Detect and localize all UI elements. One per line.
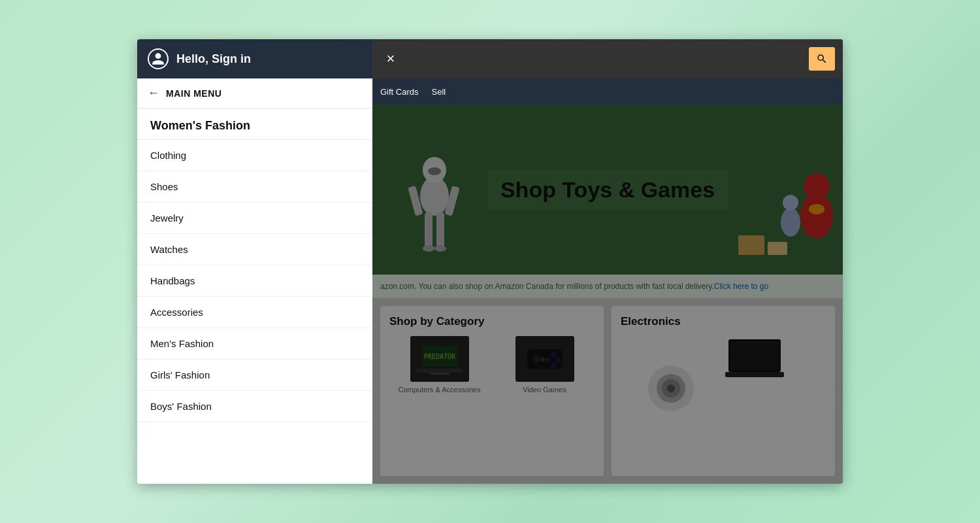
menu-item-clothing[interactable]: Clothing	[137, 140, 372, 171]
menu-item-mens-fashion[interactable]: Men's Fashion	[137, 328, 372, 360]
search-button[interactable]	[809, 47, 835, 71]
back-arrow-icon[interactable]: ←	[148, 86, 159, 100]
main-menu-label: MAIN MENU	[166, 88, 221, 99]
signin-text: Hello, Sign in	[176, 52, 251, 66]
menu-item-girls-fashion[interactable]: Girls' Fashion	[137, 360, 372, 391]
nav-gift-cards[interactable]: Gift Cards	[380, 87, 419, 97]
main-container: Hello, Sign in ← MAIN MENU Women's Fashi…	[137, 39, 843, 484]
menu-item-watches[interactable]: Watches	[137, 234, 372, 265]
main-menu-bar: ← MAIN MENU	[137, 78, 372, 109]
content-area: × Gift Cards Sell	[372, 39, 843, 484]
sidebar: Hello, Sign in ← MAIN MENU Women's Fashi…	[137, 39, 372, 484]
avatar-icon	[148, 48, 169, 69]
menu-item-shoes[interactable]: Shoes	[137, 171, 372, 203]
nav-sell[interactable]: Sell	[432, 87, 446, 97]
sidebar-header: Hello, Sign in	[137, 39, 372, 78]
search-input[interactable]	[406, 47, 804, 71]
menu-section-title[interactable]: Women's Fashion	[137, 109, 372, 140]
close-button[interactable]: ×	[380, 50, 401, 67]
menu-items: Women's Fashion Clothing Shoes Jewelry W…	[137, 109, 372, 484]
menu-item-boys-fashion[interactable]: Boys' Fashion	[137, 391, 372, 422]
nav-bar: Gift Cards Sell	[372, 78, 843, 105]
menu-item-jewelry[interactable]: Jewelry	[137, 203, 372, 234]
menu-item-handbags[interactable]: Handbags	[137, 265, 372, 297]
search-bar: ×	[372, 39, 843, 78]
menu-item-accessories[interactable]: Accessories	[137, 297, 372, 328]
dim-overlay	[372, 39, 843, 484]
